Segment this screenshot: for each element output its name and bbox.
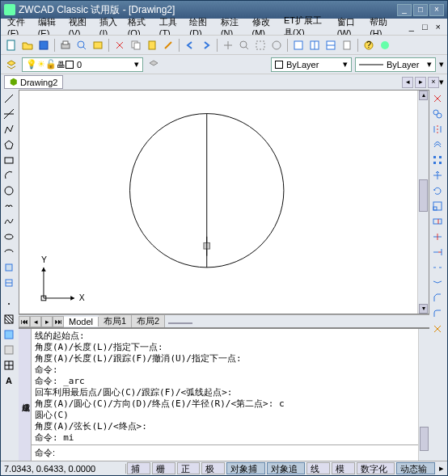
doc-restore[interactable]: □ — [419, 20, 431, 33]
status-tray-icon[interactable]: ▸ — [436, 463, 447, 474]
scroll-up-icon[interactable]: ▴ — [419, 91, 428, 100]
open-icon[interactable] — [20, 38, 35, 53]
layout-tab-model[interactable]: Model — [64, 317, 99, 326]
matchprop-icon[interactable] — [161, 38, 175, 53]
about-icon[interactable] — [378, 38, 392, 53]
new-icon[interactable] — [4, 38, 19, 53]
explode-icon[interactable] — [430, 322, 445, 336]
mtext-icon[interactable]: A — [2, 373, 16, 388]
dc-icon[interactable] — [307, 38, 322, 53]
status-polar[interactable]: 极轴 — [201, 462, 225, 474]
layout-prev-icon[interactable]: ◂ — [30, 316, 41, 327]
region-icon[interactable] — [2, 343, 16, 357]
layer-dropdown[interactable]: 💡☀🔓🖶 0 ▾ — [22, 57, 143, 72]
revcloud-icon[interactable] — [2, 199, 16, 213]
stretch-icon[interactable] — [430, 214, 445, 229]
pan-icon[interactable] — [221, 38, 235, 53]
layout-tab-layout1[interactable]: 布局1 — [99, 315, 132, 327]
status-snap[interactable]: 捕捉 — [127, 462, 150, 474]
color-dropdown[interactable]: ByLayer ▾ — [271, 57, 352, 72]
move-icon[interactable] — [430, 168, 445, 183]
xline-icon[interactable] — [2, 107, 16, 121]
status-tablet[interactable]: 数字化仪 — [357, 462, 395, 474]
tab-right-icon[interactable]: ▸ — [415, 77, 426, 88]
scroll-thumb[interactable] — [419, 179, 428, 212]
doc-tab-drawing2[interactable]: ⬢ Drawing2 — [4, 75, 63, 89]
spline-icon[interactable] — [2, 214, 16, 229]
drawing-canvas[interactable]: X Y — [19, 91, 417, 314]
status-osnap[interactable]: 对象捕捉 — [226, 462, 265, 474]
hatch-icon[interactable] — [2, 312, 16, 326]
mirror-icon[interactable] — [430, 122, 445, 137]
status-model[interactable]: 模型 — [332, 462, 355, 474]
command-history[interactable]: 线的起始点: 角度(A)/长度(L)/指定下一点: 角度(A)/长度(L)/跟踪… — [32, 329, 418, 444]
status-grid[interactable]: 栅格 — [152, 462, 175, 474]
offset-icon[interactable] — [430, 137, 445, 152]
table-icon[interactable] — [2, 358, 16, 373]
fillet-icon[interactable] — [430, 306, 445, 321]
layer-manager-icon[interactable] — [4, 57, 19, 72]
print-icon[interactable] — [58, 38, 73, 53]
toolpal-icon[interactable] — [323, 38, 338, 53]
break-icon[interactable] — [430, 260, 445, 275]
status-dyn[interactable]: 动态输入 — [396, 462, 435, 474]
status-ortho[interactable]: 正交 — [177, 462, 201, 474]
zoomwin-icon[interactable] — [253, 38, 268, 53]
cmd-handle[interactable]: 䞽命成 — [19, 329, 32, 461]
tab-close-icon[interactable]: × — [428, 77, 439, 88]
status-otrack[interactable]: 对象追踪 — [267, 462, 306, 474]
status-coordinates[interactable]: 7.0343, 0.6433, 0.0000 — [1, 464, 126, 474]
tab-left-icon[interactable]: ◂ — [402, 77, 413, 88]
cmd-vscroll[interactable] — [418, 329, 429, 461]
join-icon[interactable] — [430, 276, 445, 290]
line-icon[interactable] — [2, 91, 16, 106]
block-icon[interactable] — [2, 276, 16, 290]
arc-icon[interactable] — [2, 168, 16, 183]
layout-tab-layout2[interactable]: 布局2 — [132, 315, 165, 327]
minimize-button[interactable]: _ — [397, 4, 412, 16]
zoom-icon[interactable] — [237, 38, 251, 53]
linetype-dropdown[interactable]: ByLayer ▾ — [355, 57, 436, 72]
redo-icon[interactable] — [199, 38, 213, 53]
array-icon[interactable] — [430, 153, 445, 167]
maximize-button[interactable]: □ — [413, 4, 428, 16]
copy-icon[interactable] — [129, 38, 143, 53]
save-icon[interactable] — [36, 38, 51, 53]
insert-icon[interactable] — [2, 260, 16, 275]
publish-icon[interactable] — [91, 38, 105, 53]
undo-icon[interactable] — [183, 38, 197, 53]
erase-icon[interactable] — [430, 91, 445, 106]
close-button[interactable]: × — [429, 4, 444, 16]
layout-first-icon[interactable]: ⏮ — [19, 316, 30, 327]
zoomprev-icon[interactable] — [269, 38, 284, 53]
layer-prev-icon[interactable] — [146, 57, 161, 72]
props-icon[interactable] — [291, 38, 306, 53]
polygon-icon[interactable] — [2, 137, 16, 152]
extend-icon[interactable] — [430, 245, 445, 259]
command-input[interactable] — [58, 447, 415, 459]
trim-icon[interactable] — [430, 230, 445, 244]
doc-close[interactable]: × — [433, 20, 444, 33]
scale-icon[interactable] — [430, 199, 445, 213]
paste-icon[interactable] — [145, 38, 159, 53]
copy-obj-icon[interactable] — [430, 107, 445, 121]
preview-icon[interactable] — [74, 38, 89, 53]
layout-last-icon[interactable]: ⏭ — [53, 316, 64, 327]
calc-icon[interactable] — [340, 38, 354, 53]
canvas-vscroll[interactable]: ▴ ▾ — [417, 91, 429, 314]
gradient-icon[interactable] — [2, 327, 16, 342]
ellipse-icon[interactable] — [2, 230, 16, 244]
status-lwt[interactable]: 线宽 — [306, 462, 330, 474]
chamfer-icon[interactable] — [430, 291, 445, 305]
rectangle-icon[interactable] — [2, 153, 16, 167]
cut-icon[interactable] — [112, 38, 127, 53]
doc-minimize[interactable]: _ — [406, 20, 417, 33]
point-icon[interactable] — [2, 297, 16, 311]
rotate-icon[interactable] — [430, 183, 445, 198]
pline-icon[interactable] — [2, 122, 16, 137]
circle-icon[interactable] — [2, 183, 16, 198]
scroll-down-icon[interactable]: ▾ — [419, 304, 428, 314]
help-icon[interactable]: ? — [361, 38, 376, 53]
layout-next-icon[interactable]: ▸ — [41, 316, 53, 327]
ellipsearc-icon[interactable] — [2, 245, 16, 259]
